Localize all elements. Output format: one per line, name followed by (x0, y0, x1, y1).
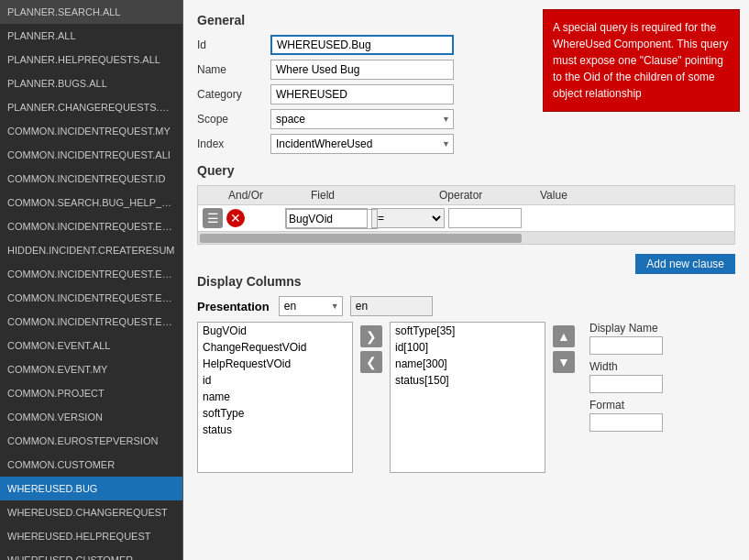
available-column-item-5[interactable]: softType (198, 405, 352, 422)
id-input[interactable] (270, 35, 454, 55)
right-properties-panel: Display Name Width Format (582, 322, 663, 432)
sidebar-item-3[interactable]: PLANNER.BUGS.ALL (0, 71, 182, 95)
move-left-button[interactable]: ❮ (360, 351, 382, 373)
sidebar-item-9[interactable]: COMMON.INCIDENTREQUEST.EXP (0, 214, 182, 238)
index-label: Index (197, 137, 270, 150)
field-select[interactable]: BugVOid (286, 209, 378, 229)
operator-select[interactable]: = (371, 208, 445, 228)
category-label: Category (197, 88, 270, 101)
query-scrollbar-thumb (200, 234, 522, 243)
sidebar-item-10[interactable]: HIDDEN.INCIDENT.CREATERESUM (0, 238, 182, 262)
sidebar-item-23[interactable]: WHEREUSED.CUSTOMER (0, 548, 182, 560)
display-name-input[interactable] (589, 336, 663, 355)
move-down-button[interactable]: ▼ (553, 351, 575, 373)
id-label: Id (197, 38, 270, 51)
presentation-row: Presentation en (197, 296, 735, 316)
available-column-item-0[interactable]: BugVOid (198, 323, 352, 339)
sidebar: PLANNER.SEARCH.ALLPLANNER.ALLPLANNER.HEL… (0, 0, 183, 560)
format-label: Format (589, 399, 663, 412)
selected-column-item-3[interactable]: status[150] (391, 372, 545, 389)
format-prop: Format (589, 399, 663, 432)
lang-select[interactable]: en (279, 296, 343, 316)
display-columns-section: Display Columns Presentation en BugVOidC… (197, 274, 735, 473)
presentation-label: Presentation (197, 300, 270, 313)
index-row: Index IncidentWhereUsed (197, 134, 735, 154)
sidebar-item-21[interactable]: WHEREUSED.CHANGEREQUEST (0, 500, 182, 524)
query-header: And/Or Field Operator Value (197, 185, 735, 205)
lang-select-wrapper: en (279, 296, 343, 316)
sidebar-item-17[interactable]: COMMON.VERSION (0, 405, 182, 429)
up-down-column: ▲ ▼ (549, 322, 578, 377)
scope-label: Scope (197, 113, 270, 126)
sidebar-item-7[interactable]: COMMON.INCIDENTREQUEST.ID (0, 167, 182, 191)
available-columns-list[interactable]: BugVOidChangeRequestVOidHelpRequestVOidi… (197, 322, 353, 473)
width-prop: Width (589, 360, 663, 393)
sidebar-item-12[interactable]: COMMON.INCIDENTREQUEST.EXP (0, 286, 182, 310)
query-row-0: ☰ ✕ BugVOid = (197, 205, 735, 232)
add-clause-button[interactable]: Add new clause (635, 254, 735, 274)
width-input[interactable] (589, 375, 663, 393)
tooltip-box: A special query is required for the Wher… (543, 9, 740, 112)
lang-input[interactable] (350, 296, 433, 316)
delete-clause-button[interactable]: ✕ (226, 209, 245, 227)
move-right-button[interactable]: ❯ (360, 325, 382, 347)
operator-select-wrapper: = (371, 208, 445, 228)
scope-row: Scope space (197, 109, 735, 129)
value-input[interactable] (448, 208, 522, 228)
move-up-button[interactable]: ▲ (553, 325, 575, 347)
query-col-andor-header: And/Or (228, 189, 274, 202)
field-select-wrapper: BugVOid (285, 208, 368, 228)
display-name-label: Display Name (589, 322, 663, 335)
scope-select-wrapper: space (270, 109, 454, 129)
sidebar-item-1[interactable]: PLANNER.ALL (0, 24, 182, 48)
sidebar-item-18[interactable]: COMMON.EUROSTEPVERSION (0, 429, 182, 453)
selected-column-item-0[interactable]: softType[35] (391, 323, 545, 339)
sidebar-item-2[interactable]: PLANNER.HELPREQUESTS.ALL (0, 48, 182, 71)
name-input[interactable] (270, 60, 454, 80)
selected-column-item-1[interactable]: id[100] (391, 339, 545, 356)
sidebar-item-0[interactable]: PLANNER.SEARCH.ALL (0, 0, 182, 24)
available-column-item-1[interactable]: ChangeRequestVOid (198, 339, 352, 356)
format-input[interactable] (589, 413, 663, 432)
query-title: Query (197, 163, 735, 178)
sidebar-item-5[interactable]: COMMON.INCIDENTREQUEST.MY (0, 119, 182, 143)
sidebar-item-15[interactable]: COMMON.EVENT.MY (0, 357, 182, 381)
arrows-column: ❯ ❮ (357, 322, 386, 377)
query-col-field-header: Field (311, 189, 430, 202)
scope-select[interactable]: space (270, 109, 454, 129)
display-columns-title: Display Columns (197, 274, 735, 289)
index-select-wrapper: IncidentWhereUsed (270, 134, 454, 154)
query-scrollbar[interactable] (197, 232, 735, 245)
query-col-operator-header: Operator (439, 189, 540, 202)
sidebar-item-14[interactable]: COMMON.EVENT.ALL (0, 334, 182, 357)
available-column-item-2[interactable]: HelpRequestVOid (198, 356, 352, 372)
width-label: Width (589, 360, 663, 373)
sidebar-item-4[interactable]: PLANNER.CHANGEREQUESTS.ALL (0, 95, 182, 119)
available-column-item-4[interactable]: name (198, 389, 352, 405)
list-icon[interactable]: ☰ (203, 208, 223, 228)
main-content: A special query is required for the Wher… (183, 0, 749, 560)
sidebar-item-11[interactable]: COMMON.INCIDENTREQUEST.EXP (0, 262, 182, 286)
sidebar-item-13[interactable]: COMMON.INCIDENTREQUEST.EXP (0, 310, 182, 334)
available-column-item-3[interactable]: id (198, 372, 352, 389)
tooltip-text: A special query is required for the Wher… (553, 21, 728, 100)
category-input[interactable] (270, 84, 454, 104)
query-section: Query And/Or Field Operator Value ☰ ✕ Bu… (197, 163, 735, 245)
columns-area: BugVOidChangeRequestVOidHelpRequestVOidi… (197, 322, 735, 473)
available-column-item-6[interactable]: status (198, 422, 352, 438)
index-select[interactable]: IncidentWhereUsed (270, 134, 454, 154)
selected-column-item-2[interactable]: name[300] (391, 356, 545, 372)
sidebar-item-19[interactable]: COMMON.CUSTOMER (0, 453, 182, 477)
sidebar-item-22[interactable]: WHEREUSED.HELPREQUEST (0, 524, 182, 548)
sidebar-item-20[interactable]: WHEREUSED.BUG (0, 477, 182, 500)
display-name-prop: Display Name (589, 322, 663, 355)
name-label: Name (197, 63, 270, 76)
sidebar-item-8[interactable]: COMMON.SEARCH.BUG_HELP_CH (0, 191, 182, 214)
selected-columns-list[interactable]: softType[35]id[100]name[300]status[150] (390, 322, 545, 473)
sidebar-item-6[interactable]: COMMON.INCIDENTREQUEST.ALI (0, 143, 182, 167)
sidebar-item-16[interactable]: COMMON.PROJECT (0, 381, 182, 405)
query-col-value-header: Value (540, 189, 613, 202)
